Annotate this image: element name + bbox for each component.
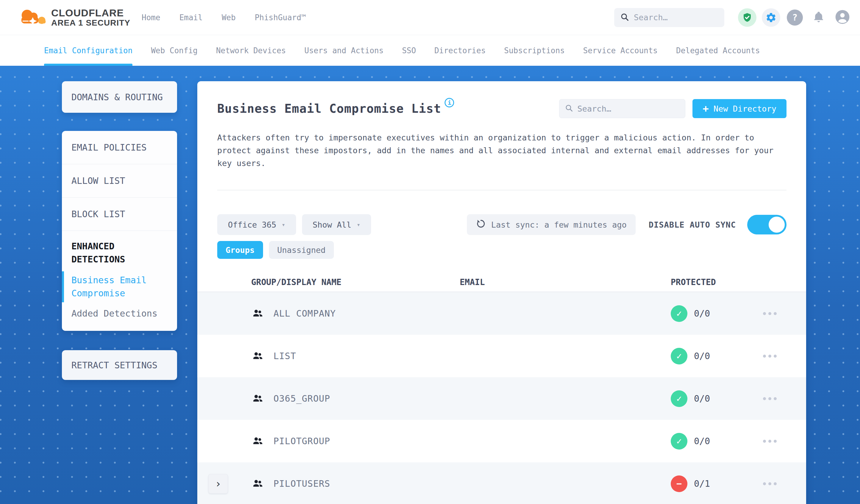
view-tabs: Groups Unassigned (217, 241, 787, 259)
group-icon-cell (228, 435, 267, 447)
sidebar: DOMAINS & ROUTING EMAIL POLICIES ALLOW L… (62, 81, 177, 504)
page-title: Business Email Compromise List (217, 102, 441, 115)
global-search-input[interactable] (634, 13, 718, 22)
group-name: LIST (267, 351, 433, 361)
page-description: Attackers often try to impersonate execu… (217, 131, 786, 170)
protected-cell: ✓ 0/0 (640, 390, 752, 407)
people-icon (252, 477, 264, 490)
toggle-knob (769, 217, 785, 233)
tab-web-config[interactable]: Web Config (151, 35, 198, 66)
row-actions-menu[interactable] (762, 309, 778, 318)
view-tab-groups[interactable]: Groups (217, 241, 263, 259)
global-search[interactable] (614, 8, 724, 27)
tab-sso[interactable]: SSO (402, 35, 416, 66)
workspace: DOMAINS & ROUTING EMAIL POLICIES ALLOW L… (0, 66, 860, 504)
group-name: PILOTGROUP (267, 436, 433, 446)
auto-sync-toggle[interactable] (747, 215, 787, 234)
list-search[interactable] (559, 99, 685, 118)
directory-select[interactable]: Office 365 ▾ (217, 214, 296, 235)
notifications-button[interactable] (809, 8, 828, 27)
status-ok-icon: ✓ (671, 390, 687, 407)
settings-button[interactable] (762, 8, 780, 27)
top-nav-home[interactable]: Home (142, 13, 160, 22)
top-nav: Home Email Web PhishGuard™ (142, 13, 306, 22)
account-button[interactable] (833, 8, 852, 27)
sidebar-item-block-list[interactable]: BLOCK LIST (62, 198, 177, 231)
row-actions-menu[interactable] (762, 394, 778, 403)
search-icon (620, 13, 629, 23)
actions-cell (752, 394, 797, 403)
gear-icon (762, 8, 780, 27)
tab-directories[interactable]: Directories (434, 35, 486, 66)
tab-service-accounts[interactable]: Service Accounts (583, 35, 658, 66)
table-row: PILOTGROUP ✓ 0/0 (197, 420, 806, 462)
active-indicator-bar (62, 271, 64, 302)
card-header: Business Email Compromise List i + New D… (217, 99, 787, 118)
column-header-email: EMAIL (433, 277, 640, 287)
content-card: Business Email Compromise List i + New D… (197, 81, 806, 504)
group-name: ALL COMPANY (267, 308, 433, 319)
security-status-button[interactable] (738, 8, 757, 27)
sidebar-item-allow-list[interactable]: ALLOW LIST (62, 164, 177, 198)
group-icon-cell (228, 477, 267, 490)
table-row: › PILOTUSERS − 0/1 (197, 462, 806, 504)
group-icon-cell (228, 307, 267, 320)
expand-row-button[interactable]: › (208, 474, 228, 493)
protected-cell: ✓ 0/0 (640, 305, 752, 322)
directory-select-value: Office 365 (228, 220, 276, 229)
help-button[interactable]: ? (786, 8, 804, 27)
tab-users-and-actions[interactable]: Users and Actions (304, 35, 384, 66)
group-icon-cell (228, 392, 267, 405)
top-nav-web[interactable]: Web (222, 13, 236, 22)
protected-count: 0/1 (694, 478, 710, 489)
sidebar-item-business-email-compromise[interactable]: Business Email Compromise (71, 274, 168, 300)
status-ok-icon: ✓ (671, 433, 687, 449)
enhanced-detections-section: ENHANCED DETECTIONS Business Email Compr… (62, 231, 177, 320)
protected-cell: ✓ 0/0 (640, 433, 752, 449)
group-name: O365_GROUP (267, 393, 433, 404)
tab-network-devices[interactable]: Network Devices (216, 35, 286, 66)
top-nav-email[interactable]: Email (180, 13, 203, 22)
actions-cell (752, 352, 797, 361)
list-search-input[interactable] (577, 104, 680, 113)
row-actions-menu[interactable] (762, 479, 778, 488)
chevron-down-icon: ▾ (357, 221, 360, 228)
sidebar-item-email-policies[interactable]: EMAIL POLICIES (62, 131, 177, 164)
divider (217, 190, 787, 190)
row-actions-menu[interactable] (762, 437, 778, 446)
last-sync-status[interactable]: Last sync: a few minutes ago (467, 214, 636, 235)
people-icon (252, 392, 264, 405)
shield-check-icon (738, 8, 757, 27)
chevron-right-icon: › (215, 477, 221, 490)
cloudflare-logo[interactable]: CLOUDFLARE AREA 1 SECURITY (17, 7, 130, 28)
refresh-icon (476, 219, 486, 231)
auto-sync-label: DISABLE AUTO SYNC (649, 220, 736, 229)
new-directory-button[interactable]: + New Directory (692, 99, 787, 118)
chevron-down-icon: ▾ (282, 221, 285, 228)
last-sync-text: Last sync: a few minutes ago (491, 220, 627, 229)
sidebar-item-retract-settings[interactable]: RETRACT SETTINGS (62, 350, 177, 380)
cloudflare-cloud-icon (17, 7, 48, 28)
protected-count: 0/0 (694, 436, 710, 446)
view-tab-unassigned[interactable]: Unassigned (269, 241, 334, 259)
top-nav-phishguard[interactable]: PhishGuard™ (255, 13, 306, 22)
show-filter-value: Show All (313, 220, 352, 229)
search-icon (565, 104, 573, 113)
table-header: GROUP/DISPLAY NAME EMAIL PROTECTED (197, 273, 806, 292)
info-icon[interactable]: i (445, 98, 454, 107)
tab-subscriptions[interactable]: Subscriptions (504, 35, 565, 66)
bell-icon (812, 11, 825, 24)
people-icon (252, 350, 264, 362)
actions-cell (752, 479, 797, 488)
sidebar-item-domains-routing[interactable]: DOMAINS & ROUTING (62, 81, 177, 113)
sidebar-item-added-detections[interactable]: Added Detections (71, 307, 168, 320)
tab-delegated-accounts[interactable]: Delegated Accounts (676, 35, 760, 66)
plus-icon: + (703, 103, 708, 114)
sidebar-policies-card: EMAIL POLICIES ALLOW LIST BLOCK LIST ENH… (62, 131, 177, 331)
show-filter-select[interactable]: Show All ▾ (302, 214, 371, 235)
row-actions-menu[interactable] (762, 352, 778, 361)
protected-cell: − 0/1 (640, 475, 752, 492)
expander-cell: › (208, 474, 228, 493)
tab-email-configuration[interactable]: Email Configuration (44, 35, 132, 66)
protected-count: 0/0 (694, 308, 710, 319)
